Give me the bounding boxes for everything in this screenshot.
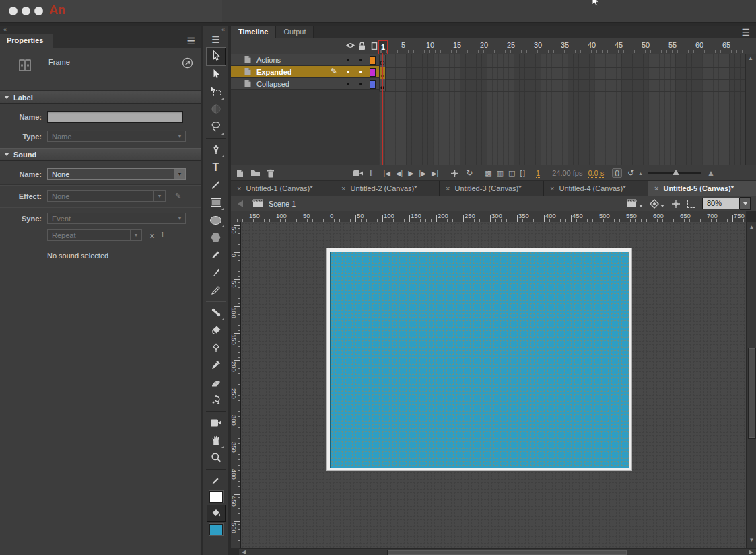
- tool-pencil[interactable]: [207, 247, 225, 263]
- layer-color-swatch[interactable]: [370, 68, 376, 77]
- edit-scene-button[interactable]: [627, 199, 643, 208]
- timeline-zoom-slider[interactable]: [648, 172, 701, 174]
- scroll-up-icon[interactable]: ▲: [747, 224, 756, 230]
- window-close-button[interactable]: [9, 7, 18, 15]
- horizontal-scrollbar[interactable]: ◀ ▶: [239, 548, 756, 555]
- label-name-input[interactable]: [47, 111, 183, 123]
- tool-gradient-transform[interactable]: [207, 102, 225, 118]
- properties-collapse-chevrons[interactable]: «: [0, 26, 201, 34]
- close-icon[interactable]: ×: [654, 184, 658, 192]
- tool-free-transform[interactable]: [207, 84, 225, 100]
- document-tab-5[interactable]: ×Untitled-5 (Canvas)*: [648, 181, 756, 196]
- visibility-eye-icon[interactable]: [345, 42, 355, 50]
- delete-layer-trash-button[interactable]: [267, 169, 275, 178]
- tool-fill-swatch[interactable]: [209, 524, 223, 535]
- scroll-right-icon[interactable]: ▶: [749, 549, 753, 555]
- horizontal-scroll-thumb[interactable]: [387, 550, 627, 555]
- frames-grid[interactable]: [379, 54, 746, 165]
- tool-lasso[interactable]: [207, 119, 225, 135]
- layer-lock-dot[interactable]: [359, 71, 362, 73]
- timeline-menu-icon[interactable]: ☰: [741, 28, 750, 37]
- vertical-scroll-thumb[interactable]: [748, 348, 756, 439]
- timeline-span-toggle-button[interactable]: ( ): [612, 168, 622, 178]
- sound-name-dropdown[interactable]: None ▼: [47, 168, 186, 180]
- onion-skin-outlines-button[interactable]: ▥: [497, 169, 504, 178]
- toolbar-collapse-chevrons[interactable]: «: [203, 26, 228, 34]
- layer-row-actions[interactable]: Actions: [231, 54, 379, 66]
- tool-subselection[interactable]: [207, 67, 225, 83]
- tool-paint-bucket[interactable]: [207, 322, 225, 338]
- go-to-first-frame-button[interactable]: |◀: [384, 170, 390, 177]
- tab-output[interactable]: Output: [276, 26, 314, 38]
- new-folder-button[interactable]: [250, 169, 261, 177]
- tab-properties[interactable]: Properties: [0, 34, 53, 48]
- clip-content-icon[interactable]: [687, 200, 695, 208]
- tool-line[interactable]: [207, 177, 225, 193]
- document-tab-1[interactable]: ×Untitled-1 (Canvas)*: [231, 181, 335, 196]
- stage-zoom-value[interactable]: 80%: [702, 198, 740, 209]
- edit-symbols-button[interactable]: [650, 199, 664, 209]
- scene-breadcrumb[interactable]: Scene 1: [269, 200, 296, 208]
- document-tab-2[interactable]: ×Untitled-2 (Canvas)*: [335, 181, 440, 196]
- modify-markers-button[interactable]: [ ]: [520, 170, 525, 177]
- layer-color-swatch[interactable]: [370, 56, 376, 65]
- go-to-last-frame-button[interactable]: ▶|: [432, 170, 438, 177]
- tool-hand[interactable]: [207, 433, 225, 449]
- stage-rectangle-shape[interactable]: [330, 252, 629, 468]
- section-label-header[interactable]: Label: [0, 91, 201, 104]
- tool-asset-warp[interactable]: [207, 392, 225, 408]
- play-button[interactable]: ▶: [408, 169, 413, 178]
- slider-thumb[interactable]: [673, 170, 679, 175]
- scroll-down-icon[interactable]: ▼: [747, 537, 756, 543]
- step-back-button[interactable]: ◀|: [396, 170, 403, 177]
- help-circle-arrow-icon[interactable]: [182, 57, 193, 70]
- scroll-left-icon[interactable]: ◀: [242, 549, 246, 555]
- stage-zoom-control[interactable]: 80%: [702, 197, 751, 210]
- tool-art-brush[interactable]: [207, 264, 225, 281]
- layer-lock-dot[interactable]: [359, 83, 362, 85]
- stage[interactable]: [326, 248, 632, 471]
- tool-eraser[interactable]: [207, 375, 225, 391]
- window-minimize-button[interactable]: [22, 7, 30, 15]
- layer-lock-dot[interactable]: [359, 59, 362, 61]
- onion-skin-button[interactable]: ▩: [485, 169, 491, 178]
- document-tab-4[interactable]: ×Untitled-4 (Canvas)*: [544, 181, 648, 196]
- frame-row-expanded[interactable]: [379, 67, 746, 80]
- frame-row-collapsed[interactable]: [379, 79, 746, 92]
- zoom-out-frames-icon[interactable]: ▲: [638, 171, 643, 176]
- lock-icon[interactable]: [358, 42, 366, 52]
- edit-multiple-frames-button[interactable]: ◫: [508, 169, 515, 178]
- layer-depth-button[interactable]: ‖: [370, 169, 373, 177]
- tool-oval[interactable]: [207, 212, 225, 228]
- tool-pen[interactable]: [207, 142, 225, 158]
- tool-eyedropper[interactable]: [207, 357, 225, 373]
- step-forward-button[interactable]: |▶: [419, 170, 426, 177]
- tool-rectangle[interactable]: [207, 194, 225, 211]
- tab-timeline[interactable]: Timeline: [231, 26, 276, 38]
- frame-rate-display[interactable]: 24.00 fps: [552, 169, 582, 177]
- toolbar-menu-icon[interactable]: ☰: [211, 35, 220, 44]
- new-layer-button[interactable]: [236, 169, 244, 178]
- layer-visibility-dot[interactable]: [347, 59, 349, 61]
- close-icon[interactable]: ×: [341, 184, 345, 192]
- layer-row-collapsed[interactable]: Collapsed: [231, 78, 379, 90]
- center-frame-button[interactable]: [450, 169, 459, 178]
- timeline-scrollbar[interactable]: ▲: [745, 54, 756, 165]
- tool-zoom[interactable]: [207, 450, 225, 466]
- add-camera-button[interactable]: [353, 170, 364, 177]
- stage-zoom-dropdown-button[interactable]: [740, 197, 751, 210]
- window-zoom-button[interactable]: [34, 7, 43, 15]
- close-icon[interactable]: ×: [446, 184, 450, 192]
- tool-classic-brush[interactable]: [207, 282, 225, 298]
- tool-stroke-swatch[interactable]: [209, 491, 223, 503]
- tool-stroke-color-pencil[interactable]: [207, 473, 225, 489]
- tool-camera[interactable]: [207, 415, 225, 431]
- center-stage-crosshair-icon[interactable]: [671, 199, 681, 209]
- playhead-line[interactable]: [382, 53, 383, 165]
- layer-color-swatch[interactable]: [370, 80, 376, 89]
- section-sound-header[interactable]: Sound: [0, 148, 201, 161]
- scroll-up-icon[interactable]: ▲: [748, 55, 753, 61]
- layer-row-expanded[interactable]: Expanded✎: [231, 66, 379, 78]
- tool-bone[interactable]: [207, 305, 225, 321]
- document-tab-3[interactable]: ×Untitled-3 (Canvas)*: [440, 181, 544, 196]
